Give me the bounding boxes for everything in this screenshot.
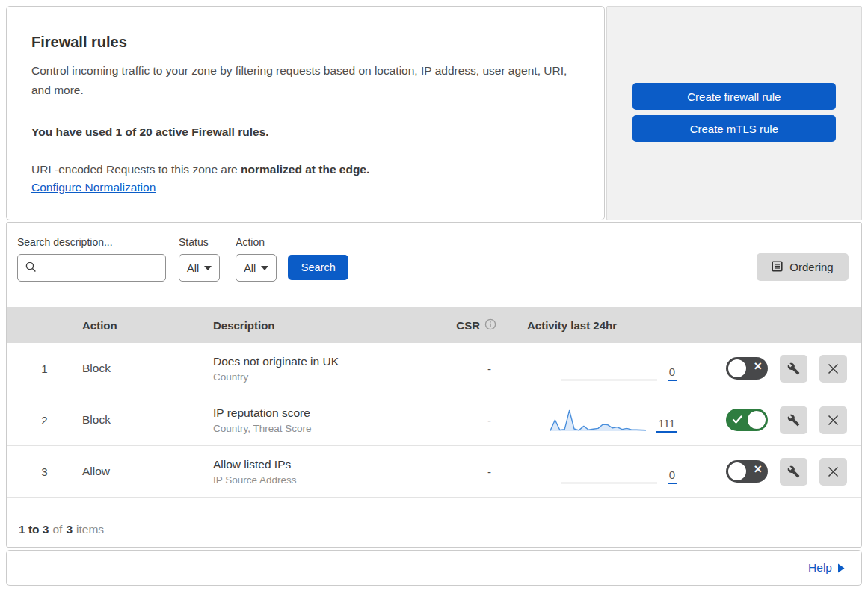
usage-notice: You have used 1 of 20 active Firewall ru… <box>31 126 574 139</box>
pagination-of: of <box>52 523 62 536</box>
rule-action: Block <box>82 413 213 427</box>
search-label: Search description... <box>17 236 166 248</box>
chevron-down-icon <box>204 266 212 270</box>
toggle-knob <box>748 411 766 429</box>
activity-count-link[interactable]: 111 <box>656 418 677 433</box>
activity-count-link[interactable]: 0 <box>668 469 677 484</box>
create-firewall-rule-button[interactable]: Create firewall rule <box>632 83 836 110</box>
activity-sparkline <box>561 459 657 484</box>
rule-description: IP reputation score <box>213 406 440 420</box>
toggle-knob <box>728 462 746 480</box>
normalization-bold: normalized at the edge. <box>241 163 369 176</box>
rule-enabled-toggle[interactable]: × <box>726 409 768 431</box>
status-filter-value: All <box>187 262 199 274</box>
search-icon <box>25 262 37 276</box>
pagination-total: 3 <box>66 523 73 536</box>
action-filter-value: All <box>244 262 256 274</box>
rules-list-card: Search description... Status All Action <box>6 222 862 548</box>
rule-csr-value: - <box>440 465 500 478</box>
actions-panel: Create firewall rule Create mTLS rule <box>606 6 862 220</box>
status-filter-select[interactable]: All <box>179 254 220 282</box>
chevron-down-icon <box>261 266 268 270</box>
intro-card: Firewall rules Control incoming traffic … <box>6 6 605 220</box>
x-mark-icon: × <box>754 359 762 374</box>
column-header-csr: CSR <box>456 319 480 332</box>
search-input[interactable] <box>17 254 166 282</box>
right-arrow-icon <box>837 563 845 573</box>
delete-rule-button[interactable] <box>819 458 847 486</box>
column-header-activity: Activity last 24hr <box>500 319 695 332</box>
create-mtls-rule-button[interactable]: Create mTLS rule <box>632 115 836 142</box>
rule-criteria: IP Source Address <box>213 474 440 486</box>
delete-rule-button[interactable] <box>819 406 847 434</box>
rule-description: Allow listed IPs <box>213 458 440 471</box>
pagination: 1 to 3 of 3 items <box>7 498 861 547</box>
toggle-knob <box>728 359 746 377</box>
top-section: Firewall rules Control incoming traffic … <box>6 6 862 220</box>
firewall-rules-page: Firewall rules Control incoming traffic … <box>0 0 868 591</box>
delete-rule-button[interactable] <box>819 355 847 383</box>
configure-rule-button[interactable] <box>780 458 807 486</box>
pagination-range: 1 to 3 <box>19 523 49 536</box>
rule-action: Block <box>82 362 213 375</box>
ordering-button[interactable]: Ordering <box>757 253 849 281</box>
search-button[interactable]: Search <box>288 255 348 280</box>
action-filter-label: Action <box>236 236 277 248</box>
rule-criteria: Country, Threat Score <box>213 423 440 434</box>
configure-normalization-link[interactable]: Configure Normalization <box>31 181 156 194</box>
action-filter-select[interactable]: All <box>236 254 277 282</box>
rule-csr-value: - <box>440 362 500 375</box>
rule-priority: 2 <box>7 414 82 427</box>
rule-priority: 3 <box>7 465 82 478</box>
column-header-description: Description <box>213 319 440 332</box>
activity-count-link[interactable]: 0 <box>668 366 677 381</box>
close-icon <box>827 414 840 427</box>
rule-enabled-toggle[interactable]: × <box>726 357 768 380</box>
table-body: 1 Block Does not originate in UK Country… <box>7 343 861 498</box>
wrench-icon <box>787 362 800 375</box>
close-icon <box>827 465 840 478</box>
normalization-text: URL-encoded Requests to this zone are no… <box>31 160 574 179</box>
page-description: Control incoming traffic to your zone by… <box>31 61 570 100</box>
rule-csr-value: - <box>440 414 500 427</box>
check-icon <box>732 414 743 427</box>
info-icon[interactable] <box>484 318 496 332</box>
configure-rule-button[interactable] <box>780 406 807 434</box>
wrench-icon <box>787 465 800 478</box>
activity-sparkline <box>550 407 646 433</box>
rule-enabled-toggle[interactable]: × <box>726 460 768 483</box>
close-icon <box>827 362 840 375</box>
help-bar: Help <box>6 550 862 586</box>
configure-rule-button[interactable] <box>780 355 807 383</box>
wrench-icon <box>787 414 800 427</box>
x-mark-icon: × <box>754 462 762 477</box>
table-header: Action Description CSR Activity last 24h… <box>7 307 861 343</box>
rule-description: Does not originate in UK <box>213 355 440 368</box>
normalization-prefix: URL-encoded Requests to this zone are <box>31 163 241 176</box>
status-filter-label: Status <box>179 236 220 248</box>
filter-bar: Search description... Status All Action <box>7 223 861 307</box>
pagination-items: items <box>76 523 104 536</box>
table-row: 2 Block IP reputation score Country, Thr… <box>7 394 861 446</box>
ordering-list-icon <box>772 261 783 274</box>
help-link-label: Help <box>808 561 832 575</box>
table-row: 1 Block Does not originate in UK Country… <box>7 343 861 394</box>
table-row: 3 Allow Allow listed IPs IP Source Addre… <box>7 446 861 498</box>
rule-criteria: Country <box>213 371 440 383</box>
page-title: Firewall rules <box>31 34 574 51</box>
rule-priority: 1 <box>7 362 82 375</box>
ordering-button-label: Ordering <box>789 261 833 273</box>
help-link[interactable]: Help <box>808 561 845 575</box>
activity-sparkline <box>561 356 657 381</box>
column-header-action: Action <box>82 319 213 332</box>
rule-action: Allow <box>82 465 213 478</box>
